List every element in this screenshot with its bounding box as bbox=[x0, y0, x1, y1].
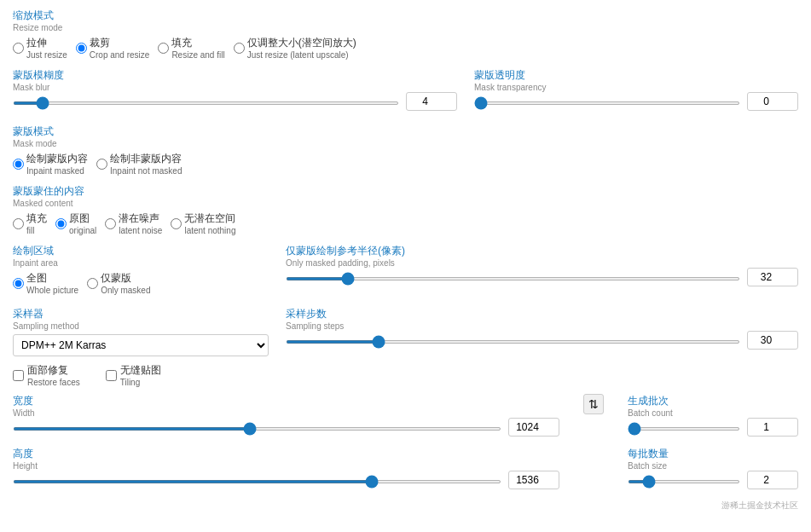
mask-mode-section: 蒙版模式 Mask mode 绘制蒙版内容 Inpaint masked 绘制非… bbox=[13, 124, 798, 176]
batch-size-input[interactable]: 2 bbox=[747, 471, 798, 489]
mask-mode-options: 绘制蒙版内容 Inpaint masked 绘制非蒙版内容 Inpaint no… bbox=[13, 152, 798, 176]
width-slider[interactable] bbox=[13, 427, 501, 431]
sampling-method-select[interactable]: DPM++ 2M Karras Euler a Euler LMS Heun D… bbox=[13, 334, 269, 356]
checkboxes-row: 面部修复 Restore faces 无缝贴图 Tiling bbox=[13, 363, 798, 387]
batch-count-slider-row: 1 bbox=[628, 418, 798, 437]
sampling-steps-input[interactable]: 30 bbox=[747, 331, 798, 350]
sampling-steps-slider-row: 30 bbox=[286, 331, 798, 350]
tiling-item[interactable]: 无缝贴图 Tiling bbox=[106, 363, 161, 387]
inpaint-area-section: 绘制区域 Inpaint area 全图 Whole picture 仅蒙版 O… bbox=[13, 244, 269, 300]
content-original-option[interactable]: 原图 original bbox=[55, 211, 96, 235]
sampling-steps-slider-container bbox=[286, 334, 740, 346]
mask-blur-slider-row: 4 bbox=[13, 92, 457, 111]
height-label-cn: 高度 bbox=[13, 447, 559, 461]
sampling-steps-slider[interactable] bbox=[286, 340, 740, 344]
inpaint-area-label-en: Inpaint area bbox=[13, 258, 269, 268]
whole-picture-option[interactable]: 全图 Whole picture bbox=[13, 271, 78, 295]
height-batchsize-row: 高度 Height 1536 ⇅ 每批数量 Batch size 2 bbox=[13, 447, 798, 496]
batch-size-slider-row: 2 bbox=[628, 471, 798, 489]
mask-transparency-slider-container bbox=[474, 95, 740, 107]
mask-mode-label-cn: 蒙版模式 bbox=[13, 124, 798, 139]
inpaint-masked-option[interactable]: 绘制蒙版内容 Inpaint masked bbox=[13, 152, 88, 176]
sampling-steps-label-cn: 采样步数 bbox=[286, 307, 798, 321]
batch-count-label-en: Batch count bbox=[628, 408, 798, 418]
mask-blur-slider[interactable] bbox=[13, 101, 399, 105]
sampling-method-label-en: Sampling method bbox=[13, 321, 269, 331]
height-section: 高度 Height 1536 bbox=[13, 447, 559, 496]
height-slider[interactable] bbox=[13, 480, 501, 483]
mask-mode-label-en: Mask mode bbox=[13, 139, 798, 148]
inpaint-not-masked-option[interactable]: 绘制非蒙版内容 Inpaint not masked bbox=[96, 152, 182, 176]
height-input[interactable]: 1536 bbox=[508, 471, 559, 489]
mask-blur-section: 蒙版模糊度 Mask blur 4 bbox=[13, 68, 457, 118]
restore-faces-item[interactable]: 面部修复 Restore faces bbox=[13, 363, 80, 387]
inpaint-area-options: 全图 Whole picture 仅蒙版 Only masked bbox=[13, 271, 269, 295]
mask-transparency-slider-row: 0 bbox=[474, 92, 798, 111]
batch-size-slider-container bbox=[628, 474, 740, 486]
only-masked-padding-label-cn: 仅蒙版绘制参考半径(像素) bbox=[286, 244, 798, 258]
width-label-en: Width bbox=[13, 408, 559, 418]
watermark: 游稀土掘金技术社区 bbox=[13, 500, 798, 512]
batch-count-input[interactable]: 1 bbox=[747, 418, 798, 437]
sampling-method-section: 采样器 Sampling method DPM++ 2M Karras Eule… bbox=[13, 307, 269, 356]
mask-blur-label-cn: 蒙版模糊度 bbox=[13, 68, 457, 83]
batch-size-label-cn: 每批数量 bbox=[628, 447, 798, 461]
width-batchcount-row: 宽度 Width 1024 ⇅ 生成批次 Batch count 1 bbox=[13, 394, 798, 443]
height-slider-row: 1536 bbox=[13, 471, 559, 489]
width-input[interactable]: 1024 bbox=[508, 418, 559, 437]
masked-content-label-en: Masked content bbox=[13, 199, 798, 208]
batch-count-section: 生成批次 Batch count 1 bbox=[628, 394, 798, 443]
resize-just-resize[interactable]: 拉伸 Just resize bbox=[13, 36, 67, 60]
width-label-cn: 宽度 bbox=[13, 394, 559, 408]
only-masked-padding-label-en: Only masked padding, pixels bbox=[286, 258, 798, 268]
resize-mode-label-en: Resize mode bbox=[13, 23, 798, 32]
mask-blur-slider-container bbox=[13, 95, 399, 107]
masked-content-section: 蒙版蒙住的内容 Masked content 填充 fill 原图 origin… bbox=[13, 184, 798, 235]
content-fill-option[interactable]: 填充 fill bbox=[13, 211, 47, 235]
resize-crop-resize[interactable]: 裁剪 Crop and resize bbox=[76, 36, 150, 60]
inpaint-area-label-cn: 绘制区域 bbox=[13, 244, 269, 258]
only-masked-padding-input[interactable]: 32 bbox=[747, 268, 798, 286]
batch-size-label-en: Batch size bbox=[628, 461, 798, 471]
resize-mode-label-cn: 缩放模式 bbox=[13, 9, 798, 23]
resize-mode-section: 缩放模式 Resize mode 拉伸 Just resize 裁剪 Crop … bbox=[13, 9, 798, 60]
width-slider-container bbox=[13, 421, 501, 433]
swap-placeholder: ⇅ bbox=[583, 447, 604, 467]
sampling-row: 采样器 Sampling method DPM++ 2M Karras Eule… bbox=[13, 307, 798, 356]
resize-fill[interactable]: 填充 Resize and fill bbox=[158, 36, 224, 60]
tiling-checkbox[interactable] bbox=[106, 370, 117, 381]
only-masked-padding-section: 仅蒙版绘制参考半径(像素) Only masked padding, pixel… bbox=[286, 244, 798, 293]
sampling-method-dropdown-wrapper[interactable]: DPM++ 2M Karras Euler a Euler LMS Heun D… bbox=[13, 334, 269, 356]
swap-dimensions-button[interactable]: ⇅ bbox=[583, 394, 604, 414]
restore-faces-checkbox[interactable] bbox=[13, 370, 24, 381]
batch-count-label-cn: 生成批次 bbox=[628, 394, 798, 408]
only-masked-option[interactable]: 仅蒙版 Only masked bbox=[87, 271, 150, 295]
mask-transparency-label-en: Mask transparency bbox=[474, 83, 798, 92]
height-label-en: Height bbox=[13, 461, 559, 471]
mask-blur-input[interactable]: 4 bbox=[406, 92, 457, 111]
batch-count-slider[interactable] bbox=[628, 427, 740, 431]
content-latent-noise-option[interactable]: 潜在噪声 latent noise bbox=[105, 211, 162, 235]
resize-latent-upscale[interactable]: 仅调整大小(潜空间放大) Just resize (latent upscale… bbox=[234, 36, 356, 60]
resize-mode-options: 拉伸 Just resize 裁剪 Crop and resize 填充 Res… bbox=[13, 36, 798, 60]
mask-transparency-section: 蒙版透明度 Mask transparency 0 bbox=[474, 68, 798, 118]
only-masked-padding-slider[interactable] bbox=[286, 277, 740, 280]
mask-blur-label-en: Mask blur bbox=[13, 83, 457, 92]
batch-count-slider-container bbox=[628, 421, 740, 433]
sampling-steps-section: 采样步数 Sampling steps 30 bbox=[286, 307, 798, 356]
mask-transparency-label-cn: 蒙版透明度 bbox=[474, 68, 798, 83]
mask-blur-transparency-row: 蒙版模糊度 Mask blur 4 蒙版透明度 Mask transparenc… bbox=[13, 68, 798, 118]
sampling-steps-label-en: Sampling steps bbox=[286, 321, 798, 331]
mask-transparency-slider[interactable] bbox=[474, 101, 740, 105]
masked-content-options: 填充 fill 原图 original 潜在噪声 latent noise 无潜… bbox=[13, 211, 798, 235]
height-slider-container bbox=[13, 474, 501, 486]
width-slider-row: 1024 bbox=[13, 418, 559, 437]
sampling-method-label-cn: 采样器 bbox=[13, 307, 269, 321]
batch-size-slider[interactable] bbox=[628, 480, 740, 483]
content-latent-nothing-option[interactable]: 无潜在空间 latent nothing bbox=[171, 211, 235, 235]
only-masked-padding-slider-row: 32 bbox=[286, 268, 798, 286]
batch-size-section: 每批数量 Batch size 2 bbox=[628, 447, 798, 496]
masked-content-label-cn: 蒙版蒙住的内容 bbox=[13, 184, 798, 199]
mask-transparency-input[interactable]: 0 bbox=[747, 92, 798, 111]
width-section: 宽度 Width 1024 bbox=[13, 394, 559, 443]
